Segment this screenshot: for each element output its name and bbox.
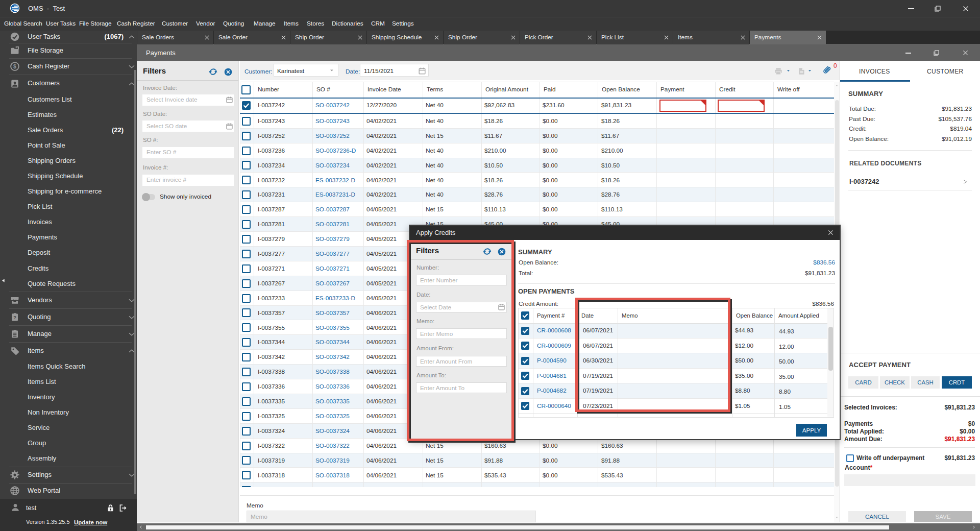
svg-text:?: ? [13,315,16,320]
svg-text:$: $ [13,63,16,69]
